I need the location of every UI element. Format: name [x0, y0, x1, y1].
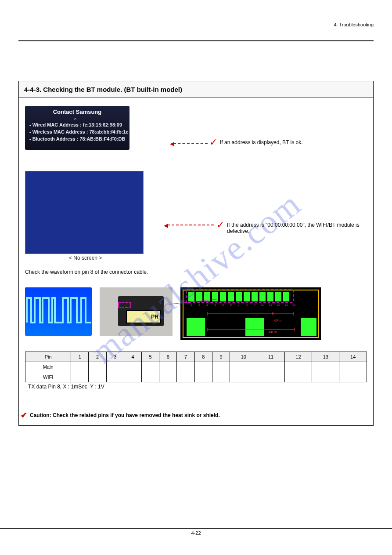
check-icon: ✓: [216, 219, 224, 231]
svg-rect-15: [245, 318, 264, 336]
svg-text:9: 9: [254, 303, 255, 306]
arrow-dashed-2: [167, 225, 214, 225]
tx-data-line: - TX data Pin 8, X : 1mSec, Y : 1V: [25, 384, 367, 390]
svg-text:2: 2: [198, 303, 200, 306]
svg-text:7: 7: [238, 303, 240, 306]
svg-text:5: 5: [222, 303, 224, 306]
header-right: 4. Troubleshooting: [334, 22, 374, 27]
contact-samsung-screenshot: Contact Samsung ^ - Wired MAC Address : …: [25, 106, 129, 150]
header-rule: [18, 40, 374, 41]
module-pr-label: PR: [126, 310, 161, 323]
connector-highlight: [118, 302, 131, 308]
svg-text:10: 10: [261, 303, 264, 306]
step1-label: If an address is displayed, BT is ok.: [220, 139, 303, 145]
check-icon: ✓: [209, 137, 217, 148]
step2-label: If the address is "00:00:00:00:00", the …: [227, 222, 363, 234]
svg-text:14: 14: [292, 303, 296, 306]
table-header: Pin1234567891011121314: [25, 352, 367, 362]
svg-text:6Pin: 6Pin: [274, 319, 281, 323]
blue-screen: TV: [25, 171, 144, 254]
caution-check-icon: ✔: [21, 410, 27, 420]
arrow-dashed-1: [173, 143, 208, 144]
wireless-mac: - Wireless MAC Address : 78:ab:bb:f4:fb:…: [29, 129, 129, 136]
svg-text:14Pin: 14Pin: [268, 330, 277, 334]
contact-title: Contact Samsung: [25, 109, 129, 115]
tv-hidden-label: TV: [29, 175, 33, 179]
step3-label: Check the waveform on pin 8 of the conne…: [25, 269, 367, 275]
svg-rect-14: [187, 318, 205, 336]
svg-text:1: 1: [191, 303, 192, 306]
table-row: WIFI: [25, 372, 367, 382]
pin-row-highlight: [186, 289, 294, 303]
svg-text:4: 4: [214, 303, 216, 306]
svg-rect-16: [301, 318, 316, 336]
svg-text:13: 13: [284, 303, 288, 306]
oscilloscope-waveform: [25, 287, 92, 336]
pcb-layout: 1234567 891011121314 8 6Pin 14Pin: [180, 287, 321, 340]
svg-text:11: 11: [269, 303, 272, 306]
pin-table: Pin1234567891011121314 Main WIFI: [25, 352, 367, 382]
svg-text:3: 3: [206, 303, 208, 306]
section-title: 4-4-3. Checking the BT module. (BT built…: [19, 81, 373, 98]
svg-text:6: 6: [230, 303, 232, 306]
no-screen-caption: < No screen >: [69, 255, 367, 261]
table-row: Main: [25, 362, 367, 372]
wired-mac: - Wired MAC Address : fe:13:15:62:98:09: [29, 122, 129, 129]
svg-text:12: 12: [277, 303, 280, 306]
svg-text:8: 8: [246, 303, 248, 306]
page-footer: 4-22: [0, 528, 392, 536]
bt-module-photo: PR: [100, 287, 173, 336]
bt-mac: - Bluetooth Address : 78:AB:BB:F4:F0:DB: [29, 136, 129, 143]
main-frame: 4-4-3. Checking the BT module. (BT built…: [18, 81, 374, 426]
caution-text: Caution: Check the related pins if you h…: [30, 412, 220, 418]
